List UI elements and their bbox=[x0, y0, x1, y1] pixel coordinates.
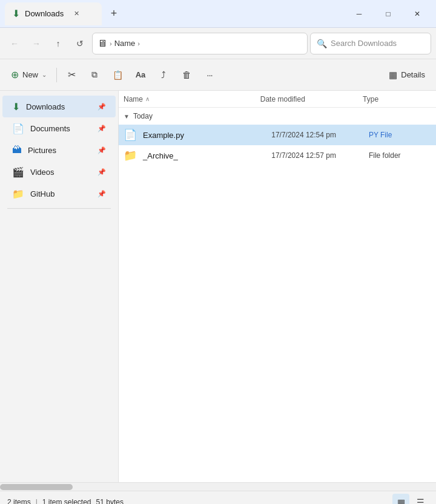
file-icon-folder: 📁 bbox=[124, 149, 137, 162]
minimize-button[interactable]: ─ bbox=[345, 4, 373, 24]
file-type-archive: File folder bbox=[369, 151, 431, 160]
share-button[interactable]: ⤴ bbox=[153, 64, 174, 86]
status-right: ▦ ☰ bbox=[392, 494, 429, 505]
scrollbar-thumb[interactable] bbox=[0, 484, 73, 490]
new-button[interactable]: ⊕ New ⌄ bbox=[5, 64, 53, 86]
selected-count: 1 item selected bbox=[42, 498, 91, 505]
sidebar-item-downloads[interactable]: ⬇ Downloads 📌 bbox=[2, 96, 116, 117]
paste-button[interactable]: 📋 bbox=[107, 64, 128, 86]
name-col-label: Name bbox=[124, 95, 143, 103]
forward-button[interactable]: → bbox=[27, 34, 46, 53]
maximize-button[interactable]: □ bbox=[374, 4, 402, 24]
sidebar-item-videos[interactable]: 🎬 Videos 📌 bbox=[2, 161, 116, 183]
tab-download-icon: ⬇ bbox=[12, 8, 20, 19]
file-icon-py: 📄 bbox=[124, 128, 137, 142]
delete-icon: 🗑 bbox=[182, 70, 191, 80]
file-date-py: 17/7/2024 12:54 pm bbox=[271, 131, 365, 139]
details-button[interactable]: ▦ Details bbox=[383, 64, 431, 86]
details-icon: ▦ bbox=[389, 70, 397, 80]
sidebar-label-documents: Documents bbox=[30, 124, 91, 133]
sidebar-label-github: GitHub bbox=[30, 189, 91, 198]
item-count: 2 items bbox=[7, 498, 31, 505]
details-label: Details bbox=[401, 70, 425, 79]
col-date-header[interactable]: Date modified bbox=[260, 95, 363, 103]
sidebar: ⬇ Downloads 📌 📄 Documents 📌 🏔 Pictures 📌… bbox=[0, 91, 119, 482]
status-divider: | bbox=[36, 498, 38, 505]
list-view-button[interactable]: ☰ bbox=[412, 494, 429, 505]
refresh-button[interactable]: ↺ bbox=[70, 34, 90, 53]
sort-icon: ∧ bbox=[145, 96, 150, 102]
details-view-button[interactable]: ▦ bbox=[392, 494, 409, 505]
status-bar: 2 items | 1 item selected 51 bytes ▦ ☰ bbox=[0, 491, 436, 504]
pin-icon-downloads: 📌 bbox=[97, 103, 106, 111]
col-type-header[interactable]: Type bbox=[363, 95, 431, 103]
file-type-py: PY File bbox=[369, 131, 431, 139]
pin-icon-videos: 📌 bbox=[97, 168, 106, 176]
close-button[interactable]: ✕ bbox=[403, 4, 431, 24]
paste-icon: 📋 bbox=[113, 70, 123, 80]
share-icon: ⤴ bbox=[161, 70, 166, 80]
toolbar-divider-1 bbox=[56, 68, 57, 82]
up-button[interactable]: ↑ bbox=[48, 34, 68, 53]
list-view-icon: ☰ bbox=[417, 497, 424, 505]
rename-button[interactable]: Aa bbox=[130, 64, 151, 86]
cut-icon: ✂ bbox=[68, 69, 76, 80]
file-list-header: Name ∧ Date modified Type bbox=[119, 91, 436, 108]
pin-icon-pictures: 📌 bbox=[97, 146, 106, 154]
github-icon: 📁 bbox=[12, 188, 24, 200]
more-icon: ··· bbox=[206, 70, 213, 80]
file-date-archive: 17/7/2024 12:57 pm bbox=[271, 151, 365, 160]
file-row-example-py[interactable]: 📄 Example.py 17/7/2024 12:54 pm PY File bbox=[119, 125, 436, 145]
title-bar: ⬇ Downloads ✕ + ─ □ ✕ bbox=[0, 0, 436, 28]
date-col-label: Date modified bbox=[260, 95, 305, 103]
address-bar[interactable]: 🖥 › Name › bbox=[92, 33, 308, 54]
group-today-label: Today bbox=[133, 112, 153, 120]
new-label: New bbox=[22, 70, 38, 79]
file-name-archive: _Archive_ bbox=[143, 151, 268, 160]
sidebar-label-downloads: Downloads bbox=[26, 102, 91, 111]
back-button[interactable]: ← bbox=[5, 34, 24, 53]
selected-size: 51 bytes bbox=[96, 498, 124, 505]
file-row-archive[interactable]: 📁 _Archive_ 17/7/2024 12:57 pm File fold… bbox=[119, 145, 436, 166]
tab-close-button[interactable]: ✕ bbox=[71, 8, 82, 19]
cut-button[interactable]: ✂ bbox=[61, 64, 82, 86]
copy-button[interactable]: ⧉ bbox=[84, 64, 105, 86]
new-icon: ⊕ bbox=[11, 69, 19, 80]
search-box[interactable]: 🔍 Search Downloads bbox=[310, 33, 431, 54]
chevron-icon: › bbox=[110, 40, 112, 47]
file-name-py: Example.py bbox=[143, 131, 268, 140]
sidebar-divider bbox=[7, 208, 111, 209]
nav-bar: ← → ↑ ↺ 🖥 › Name › 🔍 Search Downloads bbox=[0, 28, 436, 59]
file-list: Name ∧ Date modified Type ▼ Today 📄 Exam… bbox=[119, 91, 436, 482]
more-button[interactable]: ··· bbox=[199, 64, 220, 86]
type-col-label: Type bbox=[363, 95, 378, 103]
window-controls: ─ □ ✕ bbox=[345, 4, 431, 24]
sidebar-item-documents[interactable]: 📄 Documents 📌 bbox=[2, 117, 116, 139]
new-chevron-icon: ⌄ bbox=[42, 71, 47, 78]
main-layout: ⬇ Downloads 📌 📄 Documents 📌 🏔 Pictures 📌… bbox=[0, 91, 436, 482]
group-chevron-icon: ▼ bbox=[124, 113, 130, 120]
address-label: Name bbox=[114, 39, 136, 48]
pin-icon-documents: 📌 bbox=[97, 125, 106, 133]
pictures-icon: 🏔 bbox=[12, 145, 22, 155]
delete-button[interactable]: 🗑 bbox=[176, 64, 197, 86]
toolbar: ⊕ New ⌄ ✂ ⧉ 📋 Aa ⤴ 🗑 ··· ▦ Details bbox=[0, 59, 436, 91]
tab-area: ⬇ Downloads ✕ + bbox=[5, 0, 345, 27]
sidebar-label-pictures: Pictures bbox=[28, 146, 91, 155]
downloads-icon: ⬇ bbox=[12, 101, 20, 113]
col-name-header[interactable]: Name ∧ bbox=[124, 95, 260, 103]
toolbar-right: ▦ Details bbox=[383, 64, 431, 86]
sidebar-item-github[interactable]: 📁 GitHub 📌 bbox=[2, 183, 116, 205]
group-today[interactable]: ▼ Today bbox=[119, 108, 436, 125]
chevron-icon-2: › bbox=[137, 40, 140, 47]
tab-label: Downloads bbox=[25, 9, 64, 18]
active-tab[interactable]: ⬇ Downloads ✕ bbox=[5, 2, 102, 25]
videos-icon: 🎬 bbox=[12, 166, 24, 178]
documents-icon: 📄 bbox=[12, 123, 24, 134]
horizontal-scrollbar[interactable] bbox=[0, 482, 436, 491]
search-placeholder: Search Downloads bbox=[331, 39, 397, 48]
rename-icon: Aa bbox=[136, 70, 146, 79]
new-tab-button[interactable]: + bbox=[104, 4, 124, 24]
pin-icon-github: 📌 bbox=[97, 190, 106, 198]
sidebar-item-pictures[interactable]: 🏔 Pictures 📌 bbox=[2, 139, 116, 161]
